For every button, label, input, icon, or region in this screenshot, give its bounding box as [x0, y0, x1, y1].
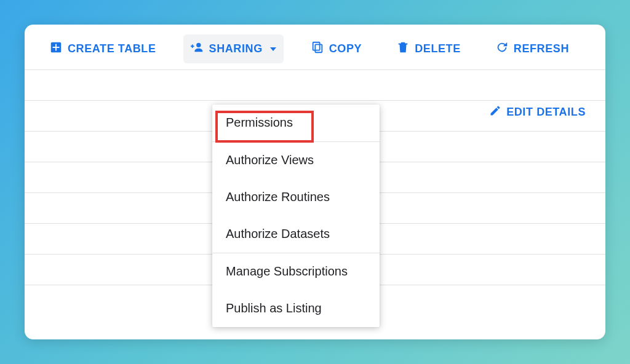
create-table-label: CREATE TABLE — [68, 42, 156, 55]
plus-box-icon — [49, 41, 63, 57]
refresh-label: REFRESH — [514, 42, 569, 55]
pencil-icon — [489, 105, 501, 120]
trash-icon — [396, 41, 410, 57]
sharing-label: SHARING — [209, 42, 263, 55]
refresh-button[interactable]: REFRESH — [488, 34, 576, 63]
copy-icon — [311, 41, 324, 57]
menu-item-publish-as-listing[interactable]: Publish as Listing — [212, 290, 380, 327]
edit-details-button[interactable]: EDIT DETAILS — [489, 105, 586, 120]
edit-details-label: EDIT DETAILS — [506, 106, 586, 119]
delete-label: DELETE — [415, 42, 461, 55]
chevron-down-icon — [270, 47, 276, 51]
copy-label: COPY — [329, 42, 362, 55]
svg-rect-7 — [313, 42, 319, 50]
sharing-button[interactable]: SHARING — [183, 34, 284, 63]
svg-rect-5 — [191, 46, 194, 47]
svg-rect-2 — [53, 47, 60, 48]
delete-button[interactable]: DELETE — [389, 34, 468, 63]
refresh-icon — [495, 41, 509, 57]
svg-rect-6 — [315, 44, 322, 52]
svg-point-3 — [196, 43, 201, 47]
add-person-icon — [191, 41, 204, 57]
menu-item-manage-subscriptions[interactable]: Manage Subscriptions — [212, 253, 380, 290]
toolbar: CREATE TABLE SHARING COPY DELETE — [25, 25, 605, 69]
create-table-button[interactable]: CREATE TABLE — [42, 34, 164, 63]
table-row — [25, 70, 605, 101]
sharing-dropdown: Permissions Authorize Views Authorize Ro… — [212, 105, 380, 327]
menu-item-authorize-routines[interactable]: Authorize Routines — [212, 179, 380, 216]
menu-item-authorize-views[interactable]: Authorize Views — [212, 142, 380, 179]
dataset-panel: CREATE TABLE SHARING COPY DELETE — [25, 25, 605, 339]
menu-item-authorize-datasets[interactable]: Authorize Datasets — [212, 216, 380, 253]
menu-item-permissions[interactable]: Permissions — [212, 105, 380, 141]
copy-button[interactable]: COPY — [303, 34, 369, 63]
